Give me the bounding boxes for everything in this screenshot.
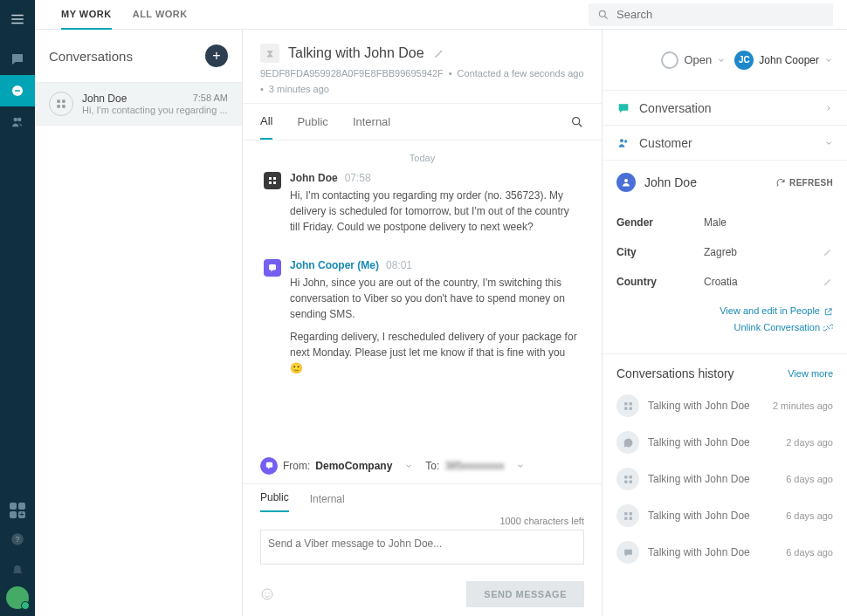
message-sender: John Cooper (Me) — [290, 259, 379, 271]
search-input[interactable] — [616, 8, 824, 21]
svg-rect-13 — [269, 181, 272, 184]
history-time: 6 days ago — [786, 547, 833, 558]
link-unlink-conversation[interactable]: Unlink Conversation — [616, 322, 833, 333]
svg-rect-32 — [629, 517, 631, 519]
svg-rect-9 — [62, 105, 65, 108]
refresh-button[interactable]: REFRESH — [775, 177, 833, 188]
left-rail: + ? — [0, 0, 35, 616]
apps-icon[interactable]: + — [10, 503, 25, 518]
tab-my-work[interactable]: MY WORK — [61, 0, 112, 30]
user-avatar[interactable] — [6, 586, 29, 609]
status-dropdown[interactable]: Open — [661, 51, 726, 69]
message-text: Hi, I'm contacting you regarding my orde… — [290, 188, 581, 235]
conversation-name: John Doe — [82, 92, 127, 105]
channel-icon — [616, 468, 639, 490]
history-time: 6 days ago — [786, 510, 833, 521]
history-item[interactable]: Talking with John Doe6 days ago — [603, 497, 847, 534]
link-view-people[interactable]: View and edit in People — [616, 305, 833, 317]
svg-rect-31 — [624, 517, 627, 519]
analytics-icon[interactable] — [0, 138, 35, 169]
conversation-time: 7:58 AM — [193, 92, 228, 105]
from-value[interactable]: DemoCompany — [315, 460, 392, 472]
today-divider: Today — [264, 153, 581, 163]
message-text: Hi John, since you are out of the countr… — [290, 275, 581, 322]
svg-rect-6 — [57, 99, 60, 103]
hamburger-icon[interactable] — [0, 3, 35, 35]
agent-dropdown[interactable]: JC John Cooper — [734, 51, 833, 70]
svg-point-20 — [624, 179, 628, 182]
history-text: Talking with John Doe — [648, 510, 777, 522]
svg-point-15 — [262, 589, 272, 599]
hourglass-icon: ⧗ — [260, 44, 279, 63]
chat-tab-all[interactable]: All — [260, 104, 272, 140]
chat-tab-internal[interactable]: Internal — [353, 105, 390, 139]
composer-from-row: From: DemoCompany To: 385xxxxxxxx — [243, 448, 602, 484]
composer-tab-internal[interactable]: Internal — [310, 486, 345, 512]
svg-point-10 — [573, 117, 580, 124]
comment-icon[interactable] — [0, 44, 35, 75]
status-text: Open — [684, 53, 712, 66]
edit-title-icon[interactable] — [433, 47, 445, 59]
field-country: Country Croatia — [616, 267, 833, 297]
edit-icon[interactable] — [823, 277, 833, 287]
emoji-icon[interactable] — [260, 587, 274, 601]
history-text: Talking with John Doe — [648, 473, 777, 485]
tab-all-work[interactable]: ALL WORK — [133, 0, 188, 30]
info-panel: Open JC John Cooper Conversation — [603, 30, 847, 616]
history-time: 2 minutes ago — [773, 400, 833, 411]
svg-rect-21 — [624, 402, 627, 405]
section-customer[interactable]: Customer — [603, 126, 847, 161]
people-icon[interactable] — [0, 106, 35, 138]
customer-avatar — [616, 173, 636, 192]
search-messages-icon[interactable] — [570, 115, 584, 129]
composer-tab-public[interactable]: Public — [260, 484, 289, 512]
viber-icon — [260, 457, 278, 475]
history-time: 6 days ago — [786, 474, 833, 484]
svg-rect-14 — [273, 181, 276, 184]
conversations-panel: Conversations + John Doe 7:58 AM Hi, I'm… — [35, 30, 243, 616]
message-input[interactable] — [260, 530, 584, 565]
message-text: Regarding delivery, I rescheduled delive… — [290, 329, 581, 376]
to-value[interactable]: 385xxxxxxxx — [444, 460, 504, 472]
history-item[interactable]: Talking with John Doe2 minutes ago — [603, 387, 847, 424]
status-open-icon — [661, 51, 678, 69]
chevron-down-icon — [824, 56, 833, 65]
svg-rect-27 — [624, 480, 627, 483]
history-view-more[interactable]: View more — [788, 368, 833, 379]
unlink-icon — [823, 323, 833, 332]
refresh-icon — [775, 177, 786, 188]
edit-icon[interactable] — [823, 247, 833, 257]
history-item[interactable]: Talking with John Doe2 days ago — [603, 424, 847, 461]
message: John Cooper (Me)08:01 Hi John, since you… — [264, 259, 581, 383]
history-text: Talking with John Doe — [648, 400, 764, 412]
from-label: From: — [283, 460, 310, 472]
history-item[interactable]: Talking with John Doe6 days ago — [603, 534, 847, 571]
external-link-icon — [823, 307, 833, 317]
history-item[interactable]: Talking with John Doe6 days ago — [603, 461, 847, 497]
svg-rect-23 — [624, 407, 627, 409]
conversations-icon[interactable] — [0, 75, 35, 106]
svg-rect-11 — [269, 177, 272, 180]
channel-icon — [616, 394, 639, 417]
section-conversation[interactable]: Conversation — [603, 91, 847, 126]
agent-badge: JC — [734, 51, 754, 70]
svg-rect-28 — [629, 480, 631, 483]
chevron-down-icon[interactable] — [516, 462, 525, 470]
help-icon[interactable]: ? — [0, 524, 35, 555]
send-button[interactable]: SEND MESSAGE — [466, 581, 584, 607]
svg-rect-22 — [629, 402, 631, 405]
grid-icon — [49, 92, 73, 116]
chat-contacted: Contacted a few seconds ago — [458, 68, 584, 79]
notification-icon[interactable] — [0, 555, 35, 586]
conversation-icon — [616, 101, 630, 115]
chevron-down-icon[interactable] — [404, 462, 413, 470]
add-conversation-button[interactable]: + — [205, 44, 228, 67]
conversation-item[interactable]: John Doe 7:58 AM Hi, I'm contacting you … — [35, 82, 242, 126]
chevron-down-icon — [717, 56, 726, 65]
conversations-title: Conversations — [49, 49, 133, 64]
svg-point-16 — [265, 592, 265, 593]
svg-rect-25 — [624, 476, 627, 478]
search-input-wrap[interactable] — [589, 3, 833, 26]
chat-tab-public[interactable]: Public — [297, 105, 327, 139]
svg-rect-26 — [629, 476, 631, 478]
